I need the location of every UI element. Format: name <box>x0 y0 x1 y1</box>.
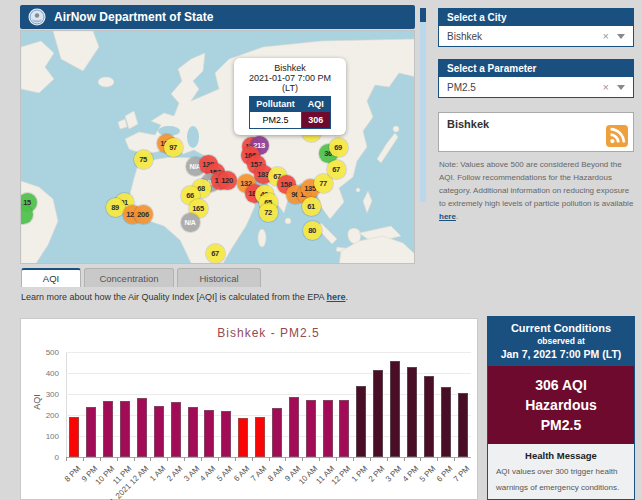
chart-bar[interactable] <box>255 417 265 457</box>
feed-city-label: Bishkek <box>439 113 633 130</box>
chart-bar[interactable] <box>204 410 214 457</box>
chart-bar[interactable] <box>356 386 366 457</box>
chart-bar[interactable] <box>120 401 130 457</box>
chart-x-tick-mark <box>420 457 421 461</box>
popup-city: Bishkek <box>238 63 342 73</box>
aqi-map-marker[interactable]: 206 <box>134 205 153 224</box>
chart-bar[interactable] <box>69 417 79 457</box>
chart-x-tick-mark <box>454 457 455 461</box>
chart-x-tick-mark <box>66 457 67 461</box>
chart-bar[interactable] <box>272 408 282 457</box>
aqi-map-marker[interactable]: 67 <box>206 244 225 263</box>
learn-more-suffix: . <box>346 292 349 302</box>
chart-x-tick-mark <box>404 457 405 461</box>
chart-bar[interactable] <box>441 387 451 457</box>
chart-bar[interactable] <box>306 400 316 457</box>
chart-x-tick-mark <box>201 457 202 461</box>
current-aqi-value: 306 AQI <box>492 375 630 395</box>
aqi-map-marker[interactable]: 97 <box>164 138 183 157</box>
chart-bar[interactable] <box>86 407 96 457</box>
app-header: AirNow Department of State <box>20 5 415 29</box>
aqi-map-marker[interactable]: 89 <box>106 198 125 217</box>
chart-bar[interactable] <box>154 406 164 457</box>
aqi-map-marker[interactable]: 120 <box>218 171 237 190</box>
tab-historical[interactable]: Historical <box>177 268 261 287</box>
aqi-map-marker[interactable] <box>20 205 33 224</box>
chart-bar[interactable] <box>424 376 434 457</box>
learn-more-here-link[interactable]: here <box>327 292 346 302</box>
popup-timezone: (LT) <box>238 83 342 93</box>
aqi-map-marker[interactable]: N/A <box>181 213 200 232</box>
airnow-dos-page: AirNow Department of State <box>0 0 642 500</box>
chart-bar[interactable] <box>390 361 400 457</box>
chart-bar[interactable] <box>238 418 248 457</box>
aqi-map-marker[interactable]: 67 <box>327 160 346 179</box>
chart-y-tick-label: 0 <box>21 453 59 462</box>
chart-bar[interactable] <box>289 397 299 457</box>
chart-bar[interactable] <box>171 402 181 457</box>
current-aqi-parameter: PM2.5 <box>492 415 630 435</box>
chart-x-tick-mark <box>370 457 371 461</box>
clear-icon[interactable]: × <box>603 81 609 93</box>
chart-bar[interactable] <box>221 411 231 457</box>
chart-x-tick-mark <box>285 457 286 461</box>
note-here-link[interactable]: here <box>439 212 456 221</box>
chart-y-tick-label: 300 <box>21 390 59 399</box>
chart-x-tick-mark <box>167 457 168 461</box>
chart-x-tick-mark <box>134 457 135 461</box>
chart-bar[interactable] <box>458 393 468 457</box>
chart-title: Bishkek - PM2.5 <box>66 326 471 340</box>
chart-y-axis-line <box>66 352 67 457</box>
chart-x-tick-mark <box>117 457 118 461</box>
parameter-select-label: Select a Parameter <box>439 60 633 77</box>
chart-bar[interactable] <box>407 367 417 457</box>
city-select[interactable]: Bishkek × <box>439 26 633 46</box>
tab-concentration[interactable]: Concentration <box>84 268 174 287</box>
world-aqi-map[interactable]: 7510697N/A139153N/A1121206866165N/A91891… <box>20 30 415 264</box>
tab-aqi[interactable]: AQI <box>21 268 81 287</box>
city-select-value: Bishkek <box>447 31 603 42</box>
chart-bar[interactable] <box>137 398 147 457</box>
chart-x-tick-mark <box>336 457 337 461</box>
chart-x-tick-mark <box>252 457 253 461</box>
chart-x-tick-mark <box>437 457 438 461</box>
chart-x-tick-mark <box>218 457 219 461</box>
note-text: Note: Values above 500 are considered Be… <box>439 160 633 208</box>
dos-seal-icon <box>28 8 46 26</box>
popup-table: Pollutant AQI PM2.5 306 <box>249 96 331 129</box>
aqi-map-marker[interactable]: 75 <box>134 150 153 169</box>
aqi-bar-chart: Bishkek - PM2.5 AQI 01002003004005008 PM… <box>20 318 478 500</box>
chevron-down-icon[interactable] <box>617 34 625 39</box>
decorative-strip <box>420 22 426 202</box>
chart-y-tick-label: 200 <box>21 411 59 420</box>
aqi-map-marker[interactable]: 69 <box>329 138 348 157</box>
chart-y-tick-label: 500 <box>21 348 59 357</box>
chart-x-tick-mark <box>269 457 270 461</box>
chart-y-tick-label: 100 <box>21 432 59 441</box>
health-message-block: Health Message AQI values over 300 trigg… <box>488 444 634 500</box>
current-aqi-category: Hazardous <box>492 395 630 415</box>
chart-bar[interactable] <box>188 407 198 457</box>
chart-bar[interactable] <box>323 400 333 457</box>
chart-bar[interactable] <box>339 400 349 457</box>
aqi-map-marker[interactable]: 72 <box>259 203 278 222</box>
aqi-map-marker[interactable]: 80 <box>303 221 322 240</box>
popup-pollutant-header: Pollutant <box>250 97 302 112</box>
chevron-down-icon[interactable] <box>617 85 625 90</box>
current-aqi-block: 306 AQI Hazardous PM2.5 <box>488 366 634 444</box>
world-map-basemap <box>21 31 415 264</box>
beyond-aqi-note: Note: Values above 500 are considered Be… <box>439 158 636 223</box>
chart-bar[interactable] <box>373 370 383 457</box>
parameter-select-widget: Select a Parameter PM2.5 × <box>438 59 634 98</box>
chart-x-tick-mark <box>235 457 236 461</box>
chart-tabs: AQIConcentrationHistorical <box>21 268 261 287</box>
city-feed-box: Bishkek <box>438 112 634 152</box>
popup-datetime: 2021-01-07 7:00 PM <box>238 73 342 83</box>
chart-x-tick-mark <box>302 457 303 461</box>
aqi-map-marker[interactable]: 61 <box>302 197 321 216</box>
rss-icon[interactable] <box>606 125 628 147</box>
chart-bar[interactable] <box>103 401 113 457</box>
parameter-select-value: PM2.5 <box>447 82 603 93</box>
parameter-select[interactable]: PM2.5 × <box>439 77 633 97</box>
clear-icon[interactable]: × <box>603 30 609 42</box>
